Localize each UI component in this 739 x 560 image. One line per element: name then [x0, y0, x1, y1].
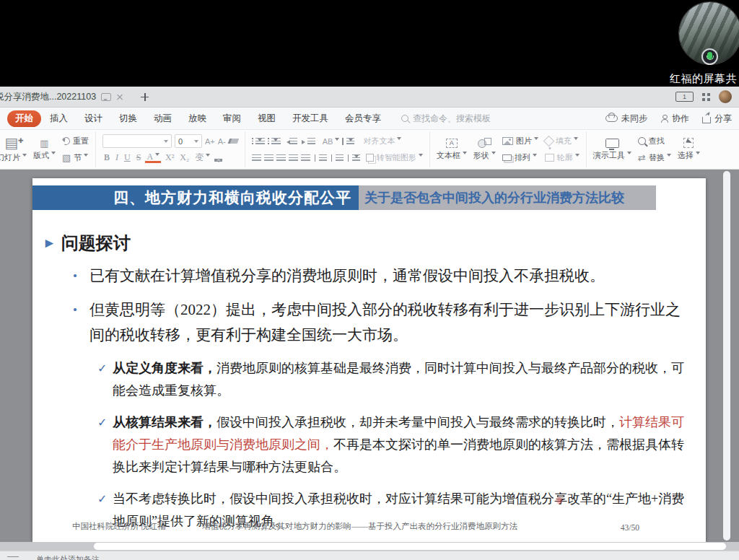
shapes-icon [478, 138, 491, 148]
new-slide-icon: ▤✚ [5, 136, 19, 150]
menu-tab-start[interactable]: 开始 [7, 110, 41, 127]
reset-button[interactable]: 重置 [62, 135, 89, 148]
textbox-icon: A [446, 139, 458, 148]
horizontal-scrollbar[interactable] [0, 542, 739, 551]
align-center-icon[interactable] [264, 154, 274, 162]
spacing-after-icon[interactable] [336, 154, 344, 162]
picture-icon [502, 137, 513, 145]
superscript-button[interactable]: X² [164, 152, 175, 163]
laser-pointer-mark [556, 497, 562, 504]
command-search[interactable]: 查找命令、搜索模板 [401, 113, 491, 125]
text-direction-button[interactable]: AB [323, 137, 340, 146]
bullet-text: 从定义角度来看，消费地原则的核算基础是最终消费，同时计算中间投入与最终产品部分的… [113, 357, 688, 402]
layout-button[interactable]: ▥ 版式 [33, 139, 56, 161]
notes-bar[interactable]: 单击此处添加备注 [0, 551, 739, 560]
shapes-button[interactable]: 形状 [473, 138, 496, 161]
menu-tab-devtools[interactable]: 开发工具 [284, 110, 336, 127]
share-button[interactable]: 分享 [702, 113, 732, 125]
close-tab-icon[interactable] [116, 93, 123, 100]
distribute-icon[interactable] [301, 154, 310, 162]
smart-graphic-button[interactable]: 转智能图形 [366, 152, 423, 165]
menu-tab-animation[interactable]: 动画 [146, 110, 180, 127]
menu-tab-slideshow[interactable]: 放映 [180, 110, 214, 127]
align-right-icon[interactable] [276, 154, 286, 162]
bullet-list-icon[interactable] [255, 138, 265, 145]
new-slide-button[interactable]: ▤✚ 幻灯片 [0, 136, 27, 163]
account-avatar[interactable] [719, 90, 732, 103]
line-spacing-icon[interactable] [346, 138, 354, 145]
increase-indent-icon[interactable] [307, 138, 315, 145]
vertical-scrollbar[interactable] [723, 171, 730, 541]
share-label: 分享 [714, 113, 732, 125]
menu-tab-member[interactable]: 会员专享 [337, 110, 389, 127]
check-bullet-icon: ✓ [97, 411, 113, 478]
justify-icon[interactable] [289, 154, 298, 162]
apps-grid-icon[interactable] [702, 93, 710, 101]
menu-tab-view[interactable]: 视图 [250, 110, 284, 127]
outline-button[interactable]: 轮廓 [545, 152, 580, 165]
select-button[interactable]: 选择 [678, 138, 700, 161]
ribbon-group-insert: A 文本框 形状 图片 排列 [430, 131, 587, 167]
horizontal-scrollbar-thumb[interactable] [94, 543, 726, 550]
shrink-font-button[interactable]: A- [218, 137, 226, 146]
footer-page-number: 43/50 [621, 523, 639, 532]
fill-button[interactable]: 填充 [545, 135, 578, 148]
font-color-button[interactable]: A [145, 153, 161, 163]
text-effect-button[interactable]: 变 [193, 152, 211, 164]
new-tab-icon[interactable] [141, 93, 149, 101]
grow-font-button[interactable]: A+ [205, 137, 215, 146]
underline-button[interactable]: U [123, 152, 132, 163]
paragraph-spacing-icon[interactable] [352, 154, 360, 162]
tab-list-icon[interactable]: 1 [675, 92, 694, 102]
document-tab[interactable]: 税分享消费地...20221103 [0, 87, 129, 107]
strikethrough-button[interactable]: S [135, 152, 143, 163]
ribbon-group-paragraph: AB 对齐文本 [245, 131, 430, 167]
comment-icon[interactable] [101, 93, 111, 101]
slide-canvas[interactable]: 四、地方财力和横向税收分配公平 关于是否包含中间投入的分行业消费方法比较 ► 问… [32, 178, 706, 542]
arrange-button[interactable]: 排列 [502, 152, 537, 165]
ribbon-toolbar: ▤✚ 幻灯片 ▥ 版式 重置 ▧ 节 [0, 130, 739, 170]
highlight-icon[interactable] [214, 159, 222, 162]
arrange-icon [502, 154, 512, 161]
check-item: ✓从定义角度来看，消费地原则的核算基础是最终消费，同时计算中间投入与最终产品部分… [97, 357, 688, 402]
dot-bullet-icon: • [73, 297, 89, 348]
collaborate-button[interactable]: 协作 [660, 113, 689, 125]
wps-window: 税分享消费地...20221103 1 开始插入设计切换动画放映审阅视图开发工具… [0, 87, 739, 560]
align-text-button[interactable]: 对齐文本 [363, 136, 401, 146]
bold-button[interactable]: B [102, 152, 111, 163]
textbox-button[interactable]: A 文本框 [437, 139, 467, 161]
spacing-before-icon[interactable] [319, 154, 327, 162]
notes-hint[interactable]: 单击此处添加备注 [36, 553, 100, 560]
replace-button[interactable]: ⇄ 替换 [638, 152, 671, 165]
menu-tab-design[interactable]: 设计 [76, 110, 110, 127]
bullet-text: 从核算结果来看，假设中间投入承担税收，却并未考量中间投入与最终需求的转换比时，计… [113, 411, 688, 478]
font-name-combo[interactable] [102, 134, 172, 148]
search-placeholder: 查找命令、搜索模板 [413, 113, 491, 125]
section-button[interactable]: ▧ 节 [62, 152, 88, 165]
slide-heading: ► 问题探讨 [43, 232, 688, 255]
numbered-list-icon[interactable] [271, 138, 281, 145]
presenter-share-label: 红福的屏幕共 [670, 72, 737, 86]
align-left-icon[interactable] [252, 154, 261, 162]
search-icon [401, 115, 408, 122]
italic-button[interactable]: I [114, 152, 120, 163]
clear-format-icon[interactable] [227, 139, 239, 144]
collab-label: 协作 [672, 113, 689, 125]
arrow-bullet-icon: ► [43, 235, 56, 251]
check-item: ✓从核算结果来看，假设中间投入承担税收，却并未考量中间投入与最终需求的转换比时，… [97, 411, 688, 478]
menu-tab-transition[interactable]: 切换 [111, 110, 145, 127]
menu-tab-insert[interactable]: 插入 [42, 110, 76, 127]
sync-status-button[interactable]: 未同步 [605, 113, 647, 125]
subscript-button[interactable]: X₂ [178, 152, 191, 163]
notes-resize-handle-icon[interactable] [7, 556, 19, 560]
menu-items: 开始插入设计切换动画放映审阅视图开发工具会员专享 [7, 110, 390, 127]
slide-title-left: 四、地方财力和横向税收分配公平 [32, 185, 359, 210]
fill-icon [543, 136, 554, 147]
picture-button[interactable]: 图片 [502, 135, 538, 148]
menu-tab-review[interactable]: 审阅 [215, 110, 249, 127]
present-tools-button[interactable]: 演示工具 [593, 139, 631, 161]
find-button[interactable]: 查找 [638, 135, 665, 148]
decrease-indent-icon[interactable] [289, 138, 297, 145]
font-size-combo[interactable]: 0 [175, 134, 202, 148]
dot-bullet-icon: • [73, 263, 89, 289]
